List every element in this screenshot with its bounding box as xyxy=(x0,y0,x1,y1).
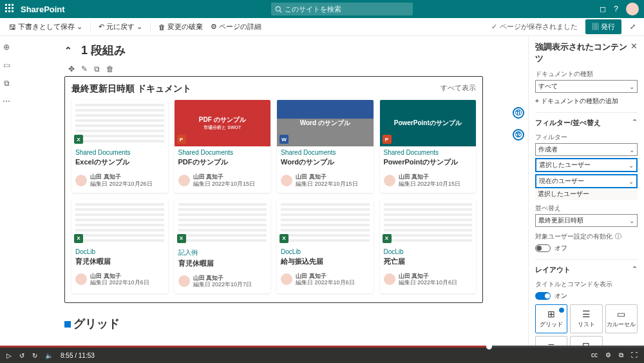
card-thumbnail: X xyxy=(380,199,477,246)
property-pane: 強調表示されたコンテンツ✕ ドキュメントの種類 すべて + ドキュメントの種類の… xyxy=(528,36,644,348)
card-library: 記入例 xyxy=(175,246,271,257)
settings-icon[interactable]: ⚙ xyxy=(605,351,611,359)
publish-button[interactable]: ▥ 発行 xyxy=(585,19,621,34)
webpart-toolbar: ✥ ✎ ⧉ 🗑 xyxy=(64,62,483,76)
section-header: ⌃ 1 段組み xyxy=(64,43,483,58)
author-avatar xyxy=(75,273,87,285)
card-meta: 山田 真知子編集日 2022年10月15日 xyxy=(175,171,271,193)
annotation-12: ⑫ xyxy=(513,129,524,141)
search-icon xyxy=(275,6,282,13)
saved-indicator: ✓ ページが保存されました xyxy=(491,22,578,32)
card-title: PDFのサンプル xyxy=(175,156,271,171)
layout-section-header[interactable]: レイアウト xyxy=(535,259,638,275)
edit-icon[interactable]: ✎ xyxy=(81,64,88,74)
undo-button[interactable]: ↶ 元に戻す ⌄ xyxy=(96,21,145,33)
layout-grid[interactable]: ⊞グリッド xyxy=(535,304,567,333)
layout-list[interactable]: ☰リスト xyxy=(570,304,602,333)
document-card[interactable]: PDF のサンプル市場分析と SWOT P Shared Documents P… xyxy=(175,100,271,193)
app-launcher-icon[interactable] xyxy=(5,4,15,14)
document-card[interactable]: X DocLib 育児休暇届 山田 真知子編集日 2022年10月6日 xyxy=(71,199,168,294)
doc-type-label: ドキュメントの種類 xyxy=(535,70,638,79)
pip-icon[interactable]: ⧉ xyxy=(619,351,623,359)
filetype-icon: P xyxy=(177,135,186,144)
author-avatar xyxy=(178,275,190,287)
grid-heading: グリッド xyxy=(64,316,483,331)
filetype-icon: X xyxy=(177,234,186,243)
document-card[interactable]: X Shared Documents Excelのサンプル 山田 真知子編集日 … xyxy=(71,100,168,193)
close-pane-icon[interactable]: ✕ xyxy=(630,41,638,64)
suite-bar: SharePoint このサイトを検索 ◻ ? xyxy=(0,0,644,18)
annotation-11: ⑪ xyxy=(513,107,524,119)
search-box[interactable]: このサイトを検索 xyxy=(271,3,413,15)
card-title: 死亡届 xyxy=(380,255,477,270)
info-icon[interactable]: ⓘ xyxy=(615,232,621,241)
doc-type-select[interactable]: すべて xyxy=(535,80,638,93)
document-card[interactable]: X 記入例 育児休暇届 山田 真知子編集日 2022年10月7日 xyxy=(175,199,271,294)
sort-select[interactable]: 最終更新日時順 xyxy=(535,214,638,227)
author-avatar xyxy=(384,273,395,285)
highlighted-content-webpart[interactable]: 最終更新日時順 ドキュメント すべて表示 X Shared Documents … xyxy=(64,76,483,303)
document-card[interactable]: Word のサンプル W Shared Documents Wordのサンプル … xyxy=(277,100,374,193)
help-icon[interactable]: ? xyxy=(614,5,618,14)
title-cmd-toggle[interactable]: オン xyxy=(535,291,638,300)
move-icon[interactable]: ✥ xyxy=(68,64,75,74)
volume-icon[interactable]: 🔈 xyxy=(45,352,53,359)
card-library: Shared Documents xyxy=(277,146,374,156)
layout-options: ⊞グリッド ☰リスト ▭カルーセル ≣コンパクト ⊟映写スライド xyxy=(535,304,638,348)
card-title: Wordのサンプル xyxy=(277,156,374,171)
filter-option-selected-user[interactable]: 選択したユーザー xyxy=(535,158,638,172)
filter-option-current-user[interactable]: 現在のユーザー xyxy=(535,174,638,188)
forward-icon[interactable]: ↻ xyxy=(32,352,37,359)
play-icon[interactable]: ▷ xyxy=(6,352,12,359)
delete-icon[interactable]: 🗑 xyxy=(106,64,114,74)
document-card[interactable]: X DocLib 給与振込先届 山田 真知子編集日 2022年10月6日 xyxy=(277,199,374,294)
card-title: 育児休暇届 xyxy=(175,257,271,272)
document-card[interactable]: X DocLib 死亡届 山田 真知子編集日 2022年10月6日 xyxy=(380,199,477,294)
rewind-icon[interactable]: ↺ xyxy=(19,352,24,359)
see-all-link[interactable]: すべて表示 xyxy=(440,83,476,95)
megaphone-icon[interactable]: ◻ xyxy=(600,5,606,14)
card-library: DocLib xyxy=(380,246,477,255)
pane-title: 強調表示されたコンテンツ✕ xyxy=(535,41,638,64)
filter-select[interactable]: 作成者 xyxy=(535,143,638,156)
chevron-down-icon[interactable]: ⌃ xyxy=(64,45,72,55)
card-title: PowerPointのサンプル xyxy=(380,156,477,171)
layout-icon[interactable]: ▭ xyxy=(3,61,10,70)
author-avatar xyxy=(75,175,87,186)
video-progress[interactable] xyxy=(0,346,644,348)
more-icon[interactable]: ⋯ xyxy=(3,97,10,106)
filetype-icon: X xyxy=(74,135,83,144)
card-library: DocLib xyxy=(71,246,168,255)
save-draft-button[interactable]: 🖫 下書きとして保存 ⌄ xyxy=(6,21,85,33)
filetype-icon: X xyxy=(74,234,83,243)
card-thumbnail: X xyxy=(71,100,168,146)
card-thumbnail: X xyxy=(71,199,168,246)
duplicate-wp-icon[interactable]: ⧉ xyxy=(94,64,100,74)
filetype-icon: W xyxy=(279,135,289,144)
card-meta: 山田 真知子編集日 2022年10月26日 xyxy=(71,171,168,193)
duplicate-icon[interactable]: ⧉ xyxy=(4,79,10,88)
fullscreen-icon[interactable]: ⛶ xyxy=(631,351,638,359)
card-library: DocLib xyxy=(277,246,374,255)
filetype-icon: X xyxy=(383,234,392,243)
card-title: 育児休暇届 xyxy=(71,255,168,270)
discard-button[interactable]: 🗑 変更の破棄 xyxy=(156,21,205,33)
filter-section-header[interactable]: フィルター/並べ替え xyxy=(535,112,638,128)
card-meta: 山田 真知子編集日 2022年10月6日 xyxy=(380,270,477,292)
card-library: Shared Documents xyxy=(380,146,477,156)
layout-carousel[interactable]: ▭カルーセル xyxy=(605,304,638,333)
card-meta: 山田 真知子編集日 2022年10月15日 xyxy=(277,171,374,193)
captions-icon[interactable]: cc xyxy=(591,351,598,359)
filter-option-below[interactable]: 選択したユーザー xyxy=(535,188,638,200)
video-controls: ▷ ↺ ↻ 🔈 8:55 / 11:53 cc ⚙ ⧉ ⛶ xyxy=(0,348,644,363)
expand-icon[interactable]: ⤢ xyxy=(628,21,638,33)
add-doc-type-link[interactable]: + ドキュメントの種類の追加 xyxy=(535,97,638,106)
add-section-icon[interactable]: ⊕ xyxy=(3,43,10,52)
audience-toggle[interactable]: オフ xyxy=(535,244,638,253)
svg-point-0 xyxy=(276,6,280,11)
video-time: 8:55 / 11:53 xyxy=(61,352,95,359)
page-details-button[interactable]: ⚙ ページの詳細 xyxy=(208,21,264,33)
document-card[interactable]: PowerPointのサンプル P Shared Documents Power… xyxy=(380,100,477,193)
sort-label: 並べ替え xyxy=(535,204,638,213)
user-avatar[interactable] xyxy=(626,3,639,15)
